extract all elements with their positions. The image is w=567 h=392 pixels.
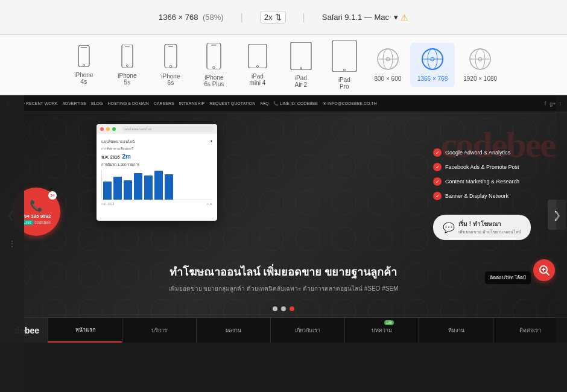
dot-3[interactable]	[290, 306, 294, 311]
device-ipadpro[interactable]: iPad Pro	[323, 36, 366, 95]
cta-button[interactable]: 💬 เริ่ม ! ทำโฆษณา เพิ่มยอดขาย ด้วยโฆษณาอ…	[433, 215, 531, 240]
nav-faq[interactable]: FAQ	[260, 101, 268, 106]
svg-rect-16	[332, 40, 356, 72]
iphone4s-label: iPhone	[74, 72, 93, 78]
nav-quotation[interactable]: REQUEST QUOTATION	[209, 101, 255, 106]
chart-subtitle: การค้นหา 1,300 รายการ	[101, 162, 212, 168]
features-list: ✓ Google Adword & Analytics ✓ Facebook A…	[433, 148, 531, 240]
facebook-icon[interactable]: f	[545, 101, 546, 107]
svg-rect-12	[249, 44, 267, 68]
nav-advertise[interactable]: ADVERTISE	[62, 101, 86, 106]
minimize-dot	[106, 127, 110, 131]
iphone6s-sublabel: 6s	[168, 80, 174, 86]
scale-value: (58%)	[203, 13, 224, 22]
right-panel	[556, 95, 567, 392]
home-label: หน้าแรก	[75, 326, 95, 334]
1366x768-icon	[421, 48, 444, 73]
left-panel: ⋮	[0, 95, 24, 392]
bottom-nav-portfolio[interactable]: ผลงาน	[196, 318, 270, 343]
feature-text-3: Content Marketing & Research	[445, 179, 519, 185]
nav-careers[interactable]: CAREERS	[154, 101, 174, 106]
device-ipadmini4[interactable]: iPad mini 4	[236, 39, 279, 91]
device-1920x1080[interactable]: 1920 × 1080	[456, 43, 504, 87]
iphone4s-icon	[77, 45, 90, 69]
iphone6s-label: iPhone	[161, 73, 180, 80]
notification-badge: 196	[384, 320, 394, 325]
blog-label: บทความ	[372, 326, 392, 335]
dpr-selector[interactable]: 2x ⇅	[260, 11, 286, 24]
zoom-button[interactable]	[533, 259, 555, 281]
bottom-nav-blog[interactable]: บทความ 196	[344, 318, 419, 343]
site-bottom-nav: c · debee หน้าแรก บริการ ผลงาน เกี่ยว	[0, 317, 567, 343]
bottom-nav-team[interactable]: ทีมงาน	[419, 318, 493, 343]
1920x1080-label: 1920 × 1080	[463, 75, 497, 82]
svg-point-15	[300, 67, 302, 69]
line-id: codebee	[34, 220, 51, 224]
separator1: |	[241, 12, 243, 23]
browser-selector[interactable]: Safari 9.1.1 — Mac ▾ ⚠	[322, 13, 408, 22]
viewport-inner: ≡ + RECENT WORK ADVERTISE BLOG HOSTING &…	[0, 95, 567, 392]
feature-2: ✓ Facebook Ads & Promote Post	[433, 163, 531, 171]
chart-value: 2m	[122, 153, 130, 160]
chart-title: แผนโฆษณาออนไลน์	[101, 139, 135, 145]
svg-point-5	[126, 65, 128, 66]
left-handle-icon: ⋮	[8, 239, 16, 248]
dot-1[interactable]	[273, 306, 277, 311]
nav-links: + RECENT WORK ADVERTISE BLOG HOSTING & D…	[22, 101, 377, 106]
nav-recent-work[interactable]: + RECENT WORK	[22, 101, 57, 106]
device-iphone5s[interactable]: iPhone 5s	[106, 40, 148, 90]
device-iphone6splus[interactable]: iPhone 6s Plus	[193, 38, 235, 92]
bottom-nav-services[interactable]: บริการ	[122, 318, 196, 343]
contact-badge[interactable]: ติดต่อบริษัท โค้ดบี	[485, 271, 531, 284]
800x600-icon	[376, 48, 399, 73]
svg-rect-1	[81, 47, 87, 48]
chart-dropdown: ▾	[211, 139, 212, 145]
bar-3	[124, 180, 132, 200]
nav-internship[interactable]: INTERNSHIP	[179, 101, 204, 106]
1366x768-label: 1366 × 768	[417, 75, 448, 82]
resolution-value: 1366 × 768	[159, 13, 198, 22]
chevron-up-down-icon: ⇅	[275, 13, 282, 22]
carousel-dots	[273, 306, 294, 311]
close-dot	[100, 127, 104, 131]
portfolio-label: ผลงาน	[226, 326, 241, 335]
1920x1080-icon	[469, 48, 492, 73]
phone-icon: 📞	[30, 199, 43, 212]
nav-line[interactable]: 📞 LINE ID: CODEBEE	[273, 101, 318, 106]
services-label: บริการ	[151, 326, 167, 335]
device-ipadair2[interactable]: iPad Air 2	[280, 37, 322, 93]
feature-3: ✓ Content Marketing & Research	[433, 177, 531, 186]
contact-label: ติดต่อเรา	[519, 326, 541, 335]
bottom-nav-home[interactable]: หน้าแรก	[48, 318, 122, 343]
ipadair2-label: iPad	[295, 75, 307, 81]
resolution-display: 1366 × 768 (58%)	[159, 13, 224, 22]
device-iphone4s[interactable]: iPhone 4s	[63, 40, 105, 90]
badge-24: 24	[48, 191, 57, 200]
chart-month: ส.ค. 2016	[101, 154, 119, 160]
device-1366x768[interactable]: 1366 × 768	[410, 43, 455, 87]
nav-hosting[interactable]: HOSTING & DOMAIN	[107, 101, 148, 106]
check-icon-3: ✓	[433, 177, 442, 186]
hero-text-block: ทำโฆษณาออนไลน์ เพิ่มยอดขาย ขยายฐานลูกค้า…	[0, 263, 567, 293]
device-iphone6s[interactable]: iPhone 6s	[150, 39, 192, 91]
mockup-toolbar: แผนโฆษณาออนไลน์	[97, 124, 217, 134]
nav-blog[interactable]: BLOG	[91, 101, 103, 106]
ipadair2-sublabel: Air 2	[295, 81, 308, 88]
iphone5s-label: iPhone	[118, 72, 136, 79]
bar-5	[144, 175, 153, 200]
device-800x600[interactable]: 800 × 600	[367, 43, 409, 87]
chart-start-label: ก.ค. 2016	[101, 201, 114, 206]
chart-end-label: ก.ค.	[207, 201, 212, 206]
chevron-down-icon: ▾	[394, 13, 398, 22]
gplus-icon[interactable]: g+	[550, 101, 556, 107]
bottom-nav-about[interactable]: เกี่ยวกับเรา	[270, 318, 344, 343]
chat-icon: 💬	[443, 222, 455, 233]
svg-point-2	[83, 64, 84, 66]
svg-rect-6	[165, 44, 177, 68]
nav-email[interactable]: ✉ INFO@CODEBEE.CO.TH	[323, 101, 377, 106]
bar-4	[134, 173, 142, 200]
warning-icon: ⚠	[401, 13, 408, 22]
site-nav: ≡ + RECENT WORK ADVERTISE BLOG HOSTING &…	[0, 95, 567, 112]
dot-2[interactable]	[281, 306, 286, 311]
svg-point-8	[169, 65, 172, 68]
